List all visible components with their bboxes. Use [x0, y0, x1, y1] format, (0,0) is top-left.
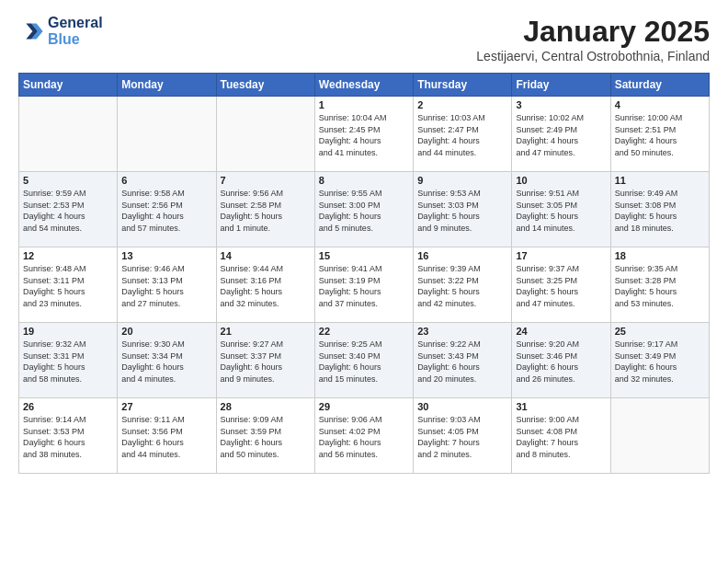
- calendar-cell: [118, 97, 216, 172]
- logo: General Blue: [18, 15, 103, 48]
- logo-text: General Blue: [48, 15, 103, 48]
- day-number: 23: [417, 326, 507, 337]
- calendar-cell: 2Sunrise: 10:03 AM Sunset: 2:47 PM Dayli…: [414, 97, 512, 172]
- day-detail: Sunrise: 9:30 AM Sunset: 3:34 PM Dayligh…: [121, 339, 211, 385]
- calendar-cell: 1Sunrise: 10:04 AM Sunset: 2:45 PM Dayli…: [314, 97, 413, 172]
- day-detail: Sunrise: 9:37 AM Sunset: 3:25 PM Dayligh…: [516, 263, 606, 309]
- calendar-cell: 30Sunrise: 9:03 AM Sunset: 4:05 PM Dayli…: [414, 398, 512, 474]
- week-row-4: 19Sunrise: 9:32 AM Sunset: 3:31 PM Dayli…: [19, 323, 710, 398]
- week-row-1: 1Sunrise: 10:04 AM Sunset: 2:45 PM Dayli…: [19, 97, 710, 172]
- calendar-cell: 9Sunrise: 9:53 AM Sunset: 3:03 PM Daylig…: [414, 172, 512, 247]
- calendar-cell: 18Sunrise: 9:35 AM Sunset: 3:28 PM Dayli…: [610, 247, 709, 323]
- weekday-header-monday: Monday: [118, 74, 216, 97]
- day-detail: Sunrise: 9:06 AM Sunset: 4:02 PM Dayligh…: [319, 414, 409, 460]
- calendar-cell: [216, 97, 314, 172]
- day-detail: Sunrise: 9:00 AM Sunset: 4:08 PM Dayligh…: [516, 414, 606, 460]
- day-number: 16: [417, 250, 507, 261]
- day-number: 11: [615, 175, 705, 186]
- day-number: 26: [23, 401, 113, 412]
- calendar-cell: [610, 398, 709, 474]
- day-number: 19: [23, 326, 113, 337]
- weekday-header-wednesday: Wednesday: [314, 74, 413, 97]
- calendar-cell: 11Sunrise: 9:49 AM Sunset: 3:08 PM Dayli…: [610, 172, 709, 247]
- day-detail: Sunrise: 10:04 AM Sunset: 2:45 PM Daylig…: [319, 112, 409, 158]
- calendar-cell: 6Sunrise: 9:58 AM Sunset: 2:56 PM Daylig…: [118, 172, 216, 247]
- day-number: 5: [23, 175, 113, 186]
- day-detail: Sunrise: 9:03 AM Sunset: 4:05 PM Dayligh…: [417, 414, 507, 460]
- week-row-3: 12Sunrise: 9:48 AM Sunset: 3:11 PM Dayli…: [19, 247, 710, 323]
- day-detail: Sunrise: 9:20 AM Sunset: 3:46 PM Dayligh…: [516, 339, 606, 385]
- day-number: 6: [121, 175, 211, 186]
- day-detail: Sunrise: 9:25 AM Sunset: 3:40 PM Dayligh…: [319, 339, 409, 385]
- title-block: January 2025 Lestijaervi, Central Ostrob…: [476, 15, 710, 63]
- day-number: 9: [417, 175, 507, 186]
- weekday-header-sunday: Sunday: [19, 74, 118, 97]
- weekday-header-tuesday: Tuesday: [216, 74, 314, 97]
- day-number: 29: [319, 401, 409, 412]
- day-number: 20: [121, 326, 211, 337]
- day-detail: Sunrise: 9:56 AM Sunset: 2:58 PM Dayligh…: [221, 188, 311, 234]
- day-detail: Sunrise: 9:41 AM Sunset: 3:19 PM Dayligh…: [319, 263, 409, 309]
- day-detail: Sunrise: 10:03 AM Sunset: 2:47 PM Daylig…: [417, 112, 507, 158]
- day-detail: Sunrise: 9:39 AM Sunset: 3:22 PM Dayligh…: [417, 263, 507, 309]
- day-detail: Sunrise: 9:49 AM Sunset: 3:08 PM Dayligh…: [615, 188, 705, 234]
- day-detail: Sunrise: 9:27 AM Sunset: 3:37 PM Dayligh…: [221, 339, 311, 385]
- calendar-cell: 7Sunrise: 9:56 AM Sunset: 2:58 PM Daylig…: [216, 172, 314, 247]
- day-number: 10: [516, 175, 606, 186]
- calendar-cell: 10Sunrise: 9:51 AM Sunset: 3:05 PM Dayli…: [512, 172, 610, 247]
- day-number: 31: [516, 401, 606, 412]
- day-number: 13: [121, 250, 211, 261]
- day-detail: Sunrise: 9:14 AM Sunset: 3:53 PM Dayligh…: [23, 414, 113, 460]
- calendar-cell: 26Sunrise: 9:14 AM Sunset: 3:53 PM Dayli…: [19, 398, 118, 474]
- calendar-cell: 27Sunrise: 9:11 AM Sunset: 3:56 PM Dayli…: [118, 398, 216, 474]
- day-number: 1: [319, 99, 409, 110]
- day-detail: Sunrise: 9:59 AM Sunset: 2:53 PM Dayligh…: [23, 188, 113, 234]
- header: General Blue January 2025 Lestijaervi, C…: [18, 15, 710, 63]
- day-detail: Sunrise: 9:48 AM Sunset: 3:11 PM Dayligh…: [23, 263, 113, 309]
- calendar-cell: 4Sunrise: 10:00 AM Sunset: 2:51 PM Dayli…: [610, 97, 709, 172]
- weekday-header-thursday: Thursday: [414, 74, 512, 97]
- day-detail: Sunrise: 9:09 AM Sunset: 3:59 PM Dayligh…: [221, 414, 311, 460]
- calendar-cell: 8Sunrise: 9:55 AM Sunset: 3:00 PM Daylig…: [314, 172, 413, 247]
- day-number: 27: [121, 401, 211, 412]
- calendar-cell: 28Sunrise: 9:09 AM Sunset: 3:59 PM Dayli…: [216, 398, 314, 474]
- day-number: 7: [221, 175, 311, 186]
- calendar-cell: 3Sunrise: 10:02 AM Sunset: 2:49 PM Dayli…: [512, 97, 610, 172]
- day-detail: Sunrise: 9:58 AM Sunset: 2:56 PM Dayligh…: [121, 188, 211, 234]
- calendar-cell: 16Sunrise: 9:39 AM Sunset: 3:22 PM Dayli…: [414, 247, 512, 323]
- calendar-cell: 25Sunrise: 9:17 AM Sunset: 3:49 PM Dayli…: [610, 323, 709, 398]
- day-detail: Sunrise: 10:02 AM Sunset: 2:49 PM Daylig…: [516, 112, 606, 158]
- week-row-2: 5Sunrise: 9:59 AM Sunset: 2:53 PM Daylig…: [19, 172, 710, 247]
- calendar-cell: 29Sunrise: 9:06 AM Sunset: 4:02 PM Dayli…: [314, 398, 413, 474]
- day-number: 28: [221, 401, 311, 412]
- day-number: 3: [516, 99, 606, 110]
- day-number: 21: [221, 326, 311, 337]
- day-detail: Sunrise: 9:44 AM Sunset: 3:16 PM Dayligh…: [221, 263, 311, 309]
- calendar-cell: 23Sunrise: 9:22 AM Sunset: 3:43 PM Dayli…: [414, 323, 512, 398]
- month-title: January 2025: [476, 15, 710, 49]
- day-number: 24: [516, 326, 606, 337]
- weekday-header-saturday: Saturday: [610, 74, 709, 97]
- logo-icon: [18, 18, 44, 44]
- day-detail: Sunrise: 9:53 AM Sunset: 3:03 PM Dayligh…: [417, 188, 507, 234]
- location: Lestijaervi, Central Ostrobothnia, Finla…: [476, 49, 710, 63]
- calendar: SundayMondayTuesdayWednesdayThursdayFrid…: [18, 73, 710, 474]
- calendar-cell: [19, 97, 118, 172]
- day-detail: Sunrise: 9:51 AM Sunset: 3:05 PM Dayligh…: [516, 188, 606, 234]
- day-number: 18: [615, 250, 705, 261]
- day-detail: Sunrise: 9:17 AM Sunset: 3:49 PM Dayligh…: [615, 339, 705, 385]
- day-number: 15: [319, 250, 409, 261]
- calendar-cell: 12Sunrise: 9:48 AM Sunset: 3:11 PM Dayli…: [19, 247, 118, 323]
- page: General Blue January 2025 Lestijaervi, C…: [0, 0, 728, 483]
- calendar-cell: 19Sunrise: 9:32 AM Sunset: 3:31 PM Dayli…: [19, 323, 118, 398]
- day-number: 22: [319, 326, 409, 337]
- day-number: 2: [417, 99, 507, 110]
- calendar-cell: 5Sunrise: 9:59 AM Sunset: 2:53 PM Daylig…: [19, 172, 118, 247]
- calendar-cell: 14Sunrise: 9:44 AM Sunset: 3:16 PM Dayli…: [216, 247, 314, 323]
- calendar-cell: 13Sunrise: 9:46 AM Sunset: 3:13 PM Dayli…: [118, 247, 216, 323]
- day-number: 17: [516, 250, 606, 261]
- day-detail: Sunrise: 9:55 AM Sunset: 3:00 PM Dayligh…: [319, 188, 409, 234]
- calendar-cell: 20Sunrise: 9:30 AM Sunset: 3:34 PM Dayli…: [118, 323, 216, 398]
- day-detail: Sunrise: 9:22 AM Sunset: 3:43 PM Dayligh…: [417, 339, 507, 385]
- day-number: 14: [221, 250, 311, 261]
